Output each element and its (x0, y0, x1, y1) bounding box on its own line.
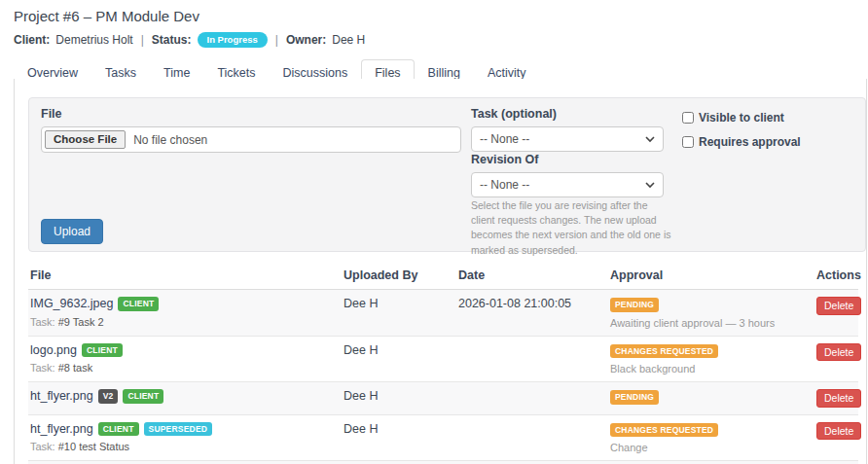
status-badge: In Progress (198, 32, 268, 48)
task-reference: Task: #9 Task 2 (30, 316, 338, 328)
visible-to-client-label: Visible to client (699, 111, 784, 125)
owner-label: Owner: (286, 33, 326, 47)
table-row: logo.pngCLIENTTask: #8 taskDee HCHANGES … (28, 337, 858, 383)
chevron-down-icon (645, 180, 655, 190)
version-badge: V2 (98, 389, 119, 404)
status-label: Status: (152, 33, 192, 47)
delete-button[interactable]: Delete (816, 422, 861, 441)
task-reference: Task: #8 task (30, 362, 338, 374)
superseded-badge: SUPERSEDED (144, 422, 213, 437)
approval-note: Awaiting client approval — 3 hours (610, 317, 811, 329)
task-reference: Task: #10 test Status (30, 441, 338, 452)
uploaded-by-cell: Dee H (342, 382, 456, 410)
table-row: ht_flyer.pngV2CLIENTDee HPENDINGDelete (28, 382, 858, 415)
file-link[interactable]: logo.png (30, 343, 77, 357)
table-header-row: File Uploaded By Date Approval Actions (28, 262, 858, 290)
column-header-actions: Actions (814, 262, 865, 289)
file-link[interactable]: IMG_9632.jpeg (30, 297, 113, 310)
delete-button[interactable]: Delete (816, 297, 861, 315)
files-tab-content: File Choose File No file chosen Task (op… (14, 79, 867, 464)
client-badge: CLIENT (118, 297, 159, 311)
upload-button[interactable]: Upload (41, 219, 103, 244)
task-field-group: Task (optional) -- None -- (471, 107, 664, 152)
upload-form-card: File Choose File No file chosen Task (op… (28, 97, 866, 252)
requires-approval-checkbox[interactable] (682, 136, 694, 148)
file-link[interactable]: ht_flyer.png (30, 389, 93, 403)
client-badge: CLIENT (82, 343, 123, 358)
revision-select-value: -- None -- (480, 178, 529, 192)
table-body: IMG_9632.jpegCLIENTTask: #9 Task 2Dee H2… (28, 290, 858, 464)
no-file-chosen-text: No file chosen (133, 133, 207, 147)
approval-badge: PENDING (610, 390, 659, 405)
column-header-date: Date (456, 262, 608, 289)
approval-note: Change (610, 442, 811, 453)
column-header-file: File (28, 262, 342, 289)
approval-badge: CHANGES REQUESTED (610, 423, 718, 438)
file-field-label: File (41, 107, 461, 121)
approval-note: Black background (610, 363, 811, 375)
column-header-uploaded-by: Uploaded By (342, 262, 456, 289)
chevron-down-icon (645, 134, 655, 144)
files-table: File Uploaded By Date Approval Actions I… (28, 262, 858, 464)
revision-field-group: Revision Of -- None -- (471, 153, 664, 197)
visible-to-client-checkbox[interactable] (682, 112, 694, 124)
task-select[interactable]: -- None -- (471, 126, 664, 152)
task-select-value: -- None -- (480, 132, 529, 146)
delete-button[interactable]: Delete (816, 389, 861, 408)
owner-value: Dee H (332, 33, 365, 47)
revision-select[interactable]: -- None -- (471, 172, 664, 197)
uploaded-by-cell: Dee H (342, 290, 456, 317)
file-link[interactable]: ht_flyer.png (30, 422, 93, 436)
checkbox-group: Visible to client Requires approval (682, 111, 801, 160)
date-cell (456, 382, 608, 396)
uploaded-by-cell: Dee H (342, 415, 456, 443)
client-badge: CLIENT (98, 422, 139, 437)
page-header: Project #6 – PM Module Dev Client: Demet… (0, 0, 868, 48)
project-page: Project #6 – PM Module Dev Client: Demet… (0, 0, 868, 464)
column-header-approval: Approval (608, 262, 814, 289)
approval-badge: CHANGES REQUESTED (610, 344, 718, 359)
client-badge: CLIENT (123, 389, 163, 404)
task-field-label: Task (optional) (471, 107, 664, 121)
page-title: Project #6 – PM Module Dev (14, 8, 854, 24)
date-cell (456, 337, 608, 350)
requires-approval-label: Requires approval (699, 135, 801, 149)
revision-help-text: Select the file you are revising after t… (471, 198, 672, 258)
visible-to-client-option[interactable]: Visible to client (682, 111, 801, 125)
meta-separator: | (141, 33, 144, 47)
date-cell (456, 415, 608, 429)
approval-badge: PENDING (610, 298, 659, 312)
meta-separator: | (275, 33, 278, 47)
requires-approval-option[interactable]: Requires approval (682, 135, 801, 149)
file-input[interactable]: Choose File No file chosen (41, 126, 461, 153)
delete-button[interactable]: Delete (816, 343, 861, 362)
client-value: Demetrius Holt (55, 33, 132, 47)
table-row: IMG_9632.jpegCLIENTTask: #9 Task 2Dee H2… (28, 290, 858, 337)
choose-file-button[interactable]: Choose File (45, 130, 126, 150)
file-field-group: File Choose File No file chosen (41, 107, 461, 153)
uploaded-by-cell: Dee H (342, 337, 456, 364)
date-cell: 2026-01-08 21:00:05 (456, 290, 608, 317)
table-row: ht_flyer.pngCLIENTSUPERSEDEDTask: #10 te… (28, 415, 858, 462)
client-label: Client: (14, 33, 50, 47)
revision-field-label: Revision Of (471, 153, 664, 166)
project-meta: Client: Demetrius Holt | Status: In Prog… (14, 32, 854, 48)
